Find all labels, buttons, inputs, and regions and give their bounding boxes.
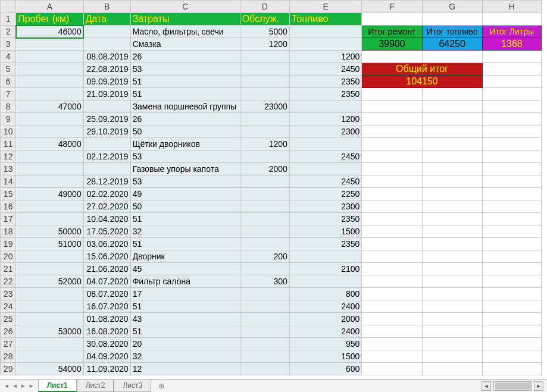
cell-expense[interactable]: 51	[130, 88, 240, 101]
col-header-D[interactable]: D	[240, 1, 289, 13]
cell-expense[interactable]: 51	[130, 76, 240, 88]
cell-service[interactable]	[240, 238, 289, 250]
cell-expense[interactable]: 32	[130, 350, 240, 363]
cell[interactable]	[482, 163, 541, 175]
cell-fuel[interactable]: 1200	[289, 51, 361, 63]
row-header[interactable]: 17	[1, 213, 16, 225]
cell-service[interactable]	[240, 188, 289, 200]
cell-fuel[interactable]: 2250	[289, 188, 361, 200]
cell[interactable]	[422, 225, 482, 238]
cell[interactable]	[362, 225, 422, 238]
cell-mileage[interactable]	[16, 250, 83, 263]
cell[interactable]	[362, 363, 422, 375]
cell-service[interactable]: 1200	[240, 138, 289, 150]
cell[interactable]	[482, 338, 541, 350]
cell-mileage[interactable]	[16, 263, 83, 275]
tab-nav-prev-icon[interactable]: ◄	[12, 382, 18, 389]
cell-service[interactable]: 300	[240, 275, 289, 288]
cell-fuel[interactable]: 2450	[289, 150, 361, 163]
row-header[interactable]: 4	[1, 51, 16, 63]
cell-service[interactable]	[240, 350, 289, 363]
header-fuel[interactable]: Топливо	[289, 13, 361, 26]
cell-date[interactable]: 22.08.2019	[83, 63, 130, 76]
cell-mileage[interactable]	[16, 88, 83, 101]
cell[interactable]	[422, 288, 482, 300]
cell[interactable]	[362, 138, 422, 150]
cell-mileage[interactable]: 48000	[16, 138, 83, 150]
cell[interactable]	[482, 188, 541, 200]
cell-expense[interactable]: 53	[130, 63, 240, 76]
row-header[interactable]: 24	[1, 300, 16, 313]
cell-fuel[interactable]: 800	[289, 288, 361, 300]
tab-nav-first-icon[interactable]: ◄	[4, 382, 10, 389]
cell-expense[interactable]: Щётки дворников	[130, 138, 240, 150]
cell-service[interactable]	[240, 288, 289, 300]
cell-expense[interactable]: 50	[130, 200, 240, 213]
cell-mileage[interactable]	[16, 350, 83, 363]
cell-expense[interactable]: Смазка	[130, 38, 240, 51]
cell[interactable]	[482, 325, 541, 338]
summary-repair-value[interactable]: 39900	[362, 38, 422, 51]
cell-date[interactable]: 09.09.2019	[83, 76, 130, 88]
cell-mileage[interactable]	[16, 38, 83, 51]
cell[interactable]	[362, 213, 422, 225]
cell[interactable]	[422, 300, 482, 313]
cell[interactable]	[362, 325, 422, 338]
cell-mileage[interactable]	[16, 63, 83, 76]
cell-mileage[interactable]: 47000	[16, 101, 83, 113]
cell-expense[interactable]: Дворник	[130, 250, 240, 263]
summary-fuel-value[interactable]: 64250	[422, 38, 482, 51]
cell-date[interactable]: 04.09.2020	[83, 350, 130, 363]
cell-expense[interactable]: Масло, фильтры, свечи	[130, 26, 240, 38]
cell[interactable]	[482, 113, 541, 126]
cell-service[interactable]	[240, 51, 289, 63]
cell-service[interactable]: 5000	[240, 26, 289, 38]
cell-mileage[interactable]	[16, 175, 83, 188]
cell-date[interactable]: 02.02.2020	[83, 188, 130, 200]
cell-date[interactable]: 28.12.2019	[83, 175, 130, 188]
cell-service[interactable]	[240, 76, 289, 88]
cell-date[interactable]: 02.12.2019	[83, 150, 130, 163]
cell-date[interactable]: 30.08.2020	[83, 338, 130, 350]
cell-mileage[interactable]	[16, 300, 83, 313]
row-header[interactable]: 18	[1, 225, 16, 238]
cell-mileage[interactable]: 51000	[16, 238, 83, 250]
tab-nav-next-icon[interactable]: ►	[20, 382, 26, 389]
cell-fuel[interactable]: 950	[289, 338, 361, 350]
cell-fuel[interactable]: 2450	[289, 175, 361, 188]
cell-mileage[interactable]	[16, 338, 83, 350]
cell-date[interactable]	[83, 138, 130, 150]
cell[interactable]	[362, 313, 422, 325]
row-header[interactable]: 28	[1, 350, 16, 363]
cell-fuel[interactable]: 1500	[289, 225, 361, 238]
cell-service[interactable]	[240, 113, 289, 126]
cell-expense[interactable]: 45	[130, 263, 240, 275]
cell-date[interactable]	[83, 101, 130, 113]
cell[interactable]	[482, 88, 541, 101]
cell[interactable]	[422, 51, 482, 63]
cell-fuel[interactable]	[289, 38, 361, 51]
cell[interactable]	[362, 238, 422, 250]
cell-fuel[interactable]: 2300	[289, 200, 361, 213]
cell-service[interactable]: 1200	[240, 38, 289, 51]
cell[interactable]	[422, 150, 482, 163]
summary-liters-label[interactable]: Итог Литры	[482, 26, 541, 38]
cell[interactable]	[482, 300, 541, 313]
cell-date[interactable]: 03.06.2020	[83, 238, 130, 250]
row-header[interactable]: 13	[1, 163, 16, 175]
cell-expense[interactable]: Газовые упоры капота	[130, 163, 240, 175]
cell-service[interactable]	[240, 338, 289, 350]
cell-mileage[interactable]	[16, 163, 83, 175]
cell-date[interactable]: 08.08.2019	[83, 51, 130, 63]
cell-service[interactable]	[240, 150, 289, 163]
row-header[interactable]: 14	[1, 175, 16, 188]
cell[interactable]	[422, 175, 482, 188]
cell-fuel[interactable]: 2350	[289, 238, 361, 250]
cell-mileage[interactable]	[16, 150, 83, 163]
cell[interactable]	[362, 163, 422, 175]
grand-total-value[interactable]: 104150	[362, 76, 482, 88]
cell-fuel[interactable]: 2400	[289, 300, 361, 313]
cell-fuel[interactable]	[289, 26, 361, 38]
cell-service[interactable]	[240, 126, 289, 138]
sheet-tab[interactable]: Лист2	[77, 380, 114, 392]
